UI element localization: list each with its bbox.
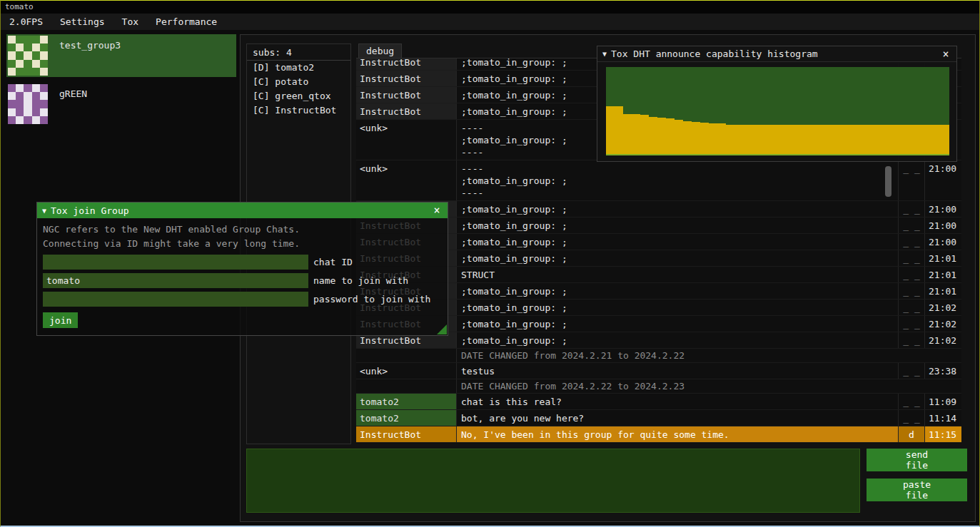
groups-sidebar: test_group3gREEN <box>1 30 240 173</box>
sender-name: <unk> <box>356 363 456 379</box>
histogram-bar <box>778 125 787 154</box>
message-row[interactable]: <unk>testus_ _23:38 <box>356 363 961 379</box>
member-item-c-potato[interactable]: [C] potato <box>247 75 350 89</box>
join-name-input[interactable] <box>43 273 308 288</box>
resize-grip[interactable] <box>437 324 447 334</box>
message-flags: _ _ <box>898 250 924 266</box>
histogram-bar <box>744 125 752 154</box>
message-text: ;tomato_in_group: ; <box>456 300 898 315</box>
histogram-close-icon[interactable]: × <box>940 48 951 61</box>
join-dialog-title: Tox join Group <box>51 205 129 216</box>
message-text: testus <box>456 363 898 379</box>
menu-item-settings[interactable]: Settings <box>51 14 113 30</box>
histogram-bar <box>657 118 666 154</box>
message-time: 21:02 <box>924 300 961 315</box>
histogram-bar <box>615 106 623 154</box>
histogram-bar <box>924 125 932 154</box>
join-dialog-titlebar[interactable]: ▼ Tox join Group × <box>37 203 448 218</box>
member-item-c-green-qtox[interactable]: [C] green_qtox <box>247 89 350 103</box>
sender-name: tomato2 <box>356 394 456 409</box>
sidebar-group-test-group3[interactable]: test_group3 <box>6 34 236 77</box>
message-time: 11:09 <box>924 394 961 409</box>
histogram-bar <box>847 125 855 154</box>
message-text: ;tomato_in_group: ; <box>456 218 898 233</box>
member-item-d-tomato2[interactable]: [D] tomato2 <box>247 61 350 75</box>
histogram-bar <box>726 125 734 154</box>
tab-debug[interactable]: debug <box>358 44 402 58</box>
message-row[interactable]: tomato2bot, are you new here?_ _11:14 <box>356 410 961 426</box>
histogram-bar <box>649 117 657 154</box>
histogram-bar <box>838 125 847 154</box>
members-count: subs: 4 <box>247 44 350 60</box>
chat-id-input[interactable] <box>43 255 308 270</box>
histogram-title: Tox DHT announce capability histogram <box>611 48 818 59</box>
join-password-label: password to join with <box>313 294 430 305</box>
message-flags: _ _ <box>898 234 924 250</box>
join-info-line-1: NGC refers to the New DHT enabled Group … <box>37 222 448 237</box>
message-flags: _ _ <box>898 218 924 233</box>
sidebar-group-green[interactable]: gREEN <box>6 83 236 126</box>
histogram-bar <box>623 114 632 154</box>
histogram-plot <box>606 67 949 155</box>
message-flags: _ _ <box>898 267 924 282</box>
date-divider-text: DATE CHANGED from 2024.2.22 to 2024.2.23 <box>456 379 961 393</box>
message-time: 11:15 <box>924 426 961 442</box>
chat-scrollbar-thumb[interactable] <box>885 166 891 197</box>
message-row[interactable]: tomato2chat is this real?_ _11:09 <box>356 394 961 410</box>
join-group-dialog: ▼ Tox join Group × NGC refers to the New… <box>36 202 448 336</box>
menu-item-performance[interactable]: Performance <box>147 14 226 30</box>
join-dialog-close-icon[interactable]: × <box>431 204 443 217</box>
message-text: chat is this real? <box>456 394 898 409</box>
send-file-button[interactable]: send file <box>867 449 967 471</box>
date-divider-text: DATE CHANGED from 2024.2.21 to 2024.2.22 <box>456 349 961 362</box>
histogram-bar <box>640 115 649 154</box>
histogram-bar <box>889 125 898 154</box>
message-text: ----;tomato_in_group: ;---- <box>456 160 898 200</box>
sender-name: InstructBot <box>356 58 456 70</box>
histogram-bar <box>829 125 838 154</box>
histogram-bar <box>692 122 700 154</box>
group-name-label: test_group3 <box>59 40 121 51</box>
histogram-titlebar[interactable]: ▼ Tox DHT announce capability histogram … <box>597 46 956 62</box>
message-flags: _ _ <box>898 160 924 200</box>
member-item-c-instructbot[interactable]: [C] InstructBot <box>247 103 350 118</box>
join-button[interactable]: join <box>43 312 78 328</box>
send-file-label-line2: file <box>906 460 928 471</box>
histogram-bar <box>872 125 881 154</box>
histogram-bar <box>941 125 949 154</box>
message-text: ;tomato_in_group: ; <box>456 250 898 266</box>
message-flags: _ _ <box>898 410 924 426</box>
histogram-bar <box>821 125 829 154</box>
join-password-input[interactable] <box>43 292 308 307</box>
paste-file-button[interactable]: paste file <box>867 479 967 501</box>
message-flags: _ _ <box>898 316 924 332</box>
menu-item-tox[interactable]: Tox <box>113 14 147 30</box>
message-row[interactable]: <unk>----;tomato_in_group: ;----_ _21:00 <box>356 160 961 201</box>
message-text: No, I've been in this group for quite so… <box>456 426 898 442</box>
join-name-label: name to join with <box>313 275 408 286</box>
message-time: 21:00 <box>924 201 961 217</box>
message-flags: _ _ <box>898 363 924 379</box>
chat-id-label: chat ID <box>313 257 353 267</box>
menu-item-2-0fps[interactable]: 2.0FPS <box>1 14 51 30</box>
histogram-bar <box>683 121 692 154</box>
histogram-window: ▼ Tox DHT announce capability histogram … <box>597 46 957 162</box>
join-dialog-collapse-icon[interactable]: ▼ <box>42 207 46 215</box>
compose-input[interactable] <box>246 449 860 513</box>
sender-name: InstructBot <box>356 426 456 442</box>
members-list: [D] tomato2[C] potato[C] green_qtox[C] I… <box>247 61 350 118</box>
window-titlebar[interactable]: tomato <box>1 1 979 14</box>
message-time: 11:14 <box>924 410 961 426</box>
histogram-bar <box>700 123 709 154</box>
histogram-bar <box>769 125 778 154</box>
histogram-bar <box>734 125 743 154</box>
histogram-collapse-icon[interactable]: ▼ <box>602 50 607 58</box>
message-time: 21:02 <box>924 316 961 332</box>
histogram-bar <box>632 114 640 154</box>
histogram-bar <box>787 125 795 154</box>
message-row[interactable]: InstructBotNo, I've been in this group f… <box>356 426 961 443</box>
message-flags: _ _ <box>898 201 924 217</box>
message-text: ;tomato_in_group: ; <box>456 283 898 299</box>
message-flags: d <box>898 426 924 442</box>
window-title: tomato <box>5 2 34 11</box>
